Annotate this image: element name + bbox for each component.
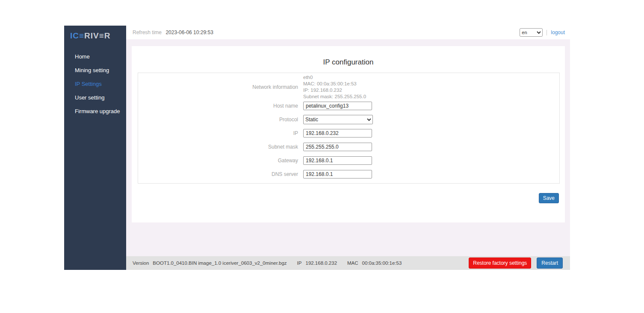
network-info-interface: eth0 [303,74,366,81]
subnet-mask-label: Subnet mask [138,144,303,150]
gateway-input[interactable] [303,156,372,165]
ip-row: IP [138,129,559,138]
language-select[interactable]: en [520,28,543,37]
content-area: IP configuration Network information eth… [126,39,570,256]
restore-factory-settings-button[interactable]: Restore factory settings [469,257,531,269]
ip-label: IP [138,130,303,136]
app-window: IC≡RIV≡R Home Mining setting IP Settings… [64,26,570,270]
protocol-row: Protocol Static [138,115,559,124]
footer-ip-label: IP [297,260,302,266]
host-name-row: Host name [138,101,559,111]
network-info-ip: IP: 192.168.0.232 [303,87,366,94]
sidebar-item-ip-settings[interactable]: IP Settings [64,77,126,91]
topbar-right: en logout [520,28,565,37]
top-bar: Refresh time 2023-06-06 10:29:53 en logo… [126,26,570,39]
footer-info: Version BOOT1.0_0410.BIN image_1.0 iceri… [133,260,402,266]
protocol-label: Protocol [138,117,303,123]
network-information-row: Network information eth0 MAC: 00:0a:35:0… [138,74,559,100]
logout-link[interactable]: logout [551,29,565,35]
network-info-mac: MAC: 00:0a:35:00:1e:53 [303,81,366,87]
gateway-label: Gateway [138,158,303,164]
refresh-time: Refresh time 2023-06-06 10:29:53 [133,29,213,35]
footer-ip-value: 192.168.0.232 [305,260,337,266]
dns-server-label: DNS server [138,171,303,177]
footer-buttons: Restore factory settings Restart [469,257,563,269]
save-button[interactable]: Save [539,193,559,203]
sidebar-nav: Home Mining setting IP Settings User set… [64,50,126,118]
subnet-mask-input[interactable] [303,143,372,151]
host-name-input[interactable] [303,102,372,110]
refresh-time-value: 2023-06-06 10:29:53 [165,29,213,35]
main-area: Refresh time 2023-06-06 10:29:53 en logo… [126,26,570,270]
version-label: Version [133,260,149,266]
dns-server-input[interactable] [303,170,372,178]
topbar-divider [547,30,547,35]
logo-text-ice: IC≡ [70,31,84,40]
ip-configuration-card: IP configuration Network information eth… [132,46,565,222]
host-name-label: Host name [138,103,303,109]
sidebar-item-user-setting[interactable]: User setting [64,91,126,105]
logo-text-river: RIV≡R [84,31,110,40]
iceriver-logo: IC≡RIV≡R [64,26,126,41]
page-title: IP configuration [132,46,565,67]
sidebar-item-mining-setting[interactable]: Mining setting [64,64,126,77]
footer-bar: Version BOOT1.0_0410.BIN image_1.0 iceri… [126,256,570,270]
subnet-mask-row: Subnet mask [138,142,559,152]
footer-mac-label: MAC [347,260,358,266]
sidebar-item-home[interactable]: Home [64,50,126,64]
network-information-label: Network information [138,84,303,90]
network-information-value: eth0 MAC: 00:0a:35:00:1e:53 IP: 192.168.… [303,74,366,100]
ip-input[interactable] [303,129,372,137]
restart-button[interactable]: Restart [537,257,563,269]
ip-form-fieldset: Network information eth0 MAC: 00:0a:35:0… [138,73,560,184]
network-info-subnet: Subnet mask: 255.255.255.0 [303,94,366,100]
footer-mac-value: 00:0a:35:00:1e:53 [362,260,402,266]
sidebar-item-firmware-upgrade[interactable]: Firmware upgrade [64,105,126,118]
sidebar: IC≡RIV≡R Home Mining setting IP Settings… [64,26,126,270]
refresh-time-label: Refresh time [133,29,162,35]
version-value: BOOT1.0_0410.BIN image_1.0 iceriver_0603… [153,260,287,266]
protocol-select[interactable]: Static [303,115,373,124]
dns-server-row: DNS server [138,170,559,179]
gateway-row: Gateway [138,156,559,165]
